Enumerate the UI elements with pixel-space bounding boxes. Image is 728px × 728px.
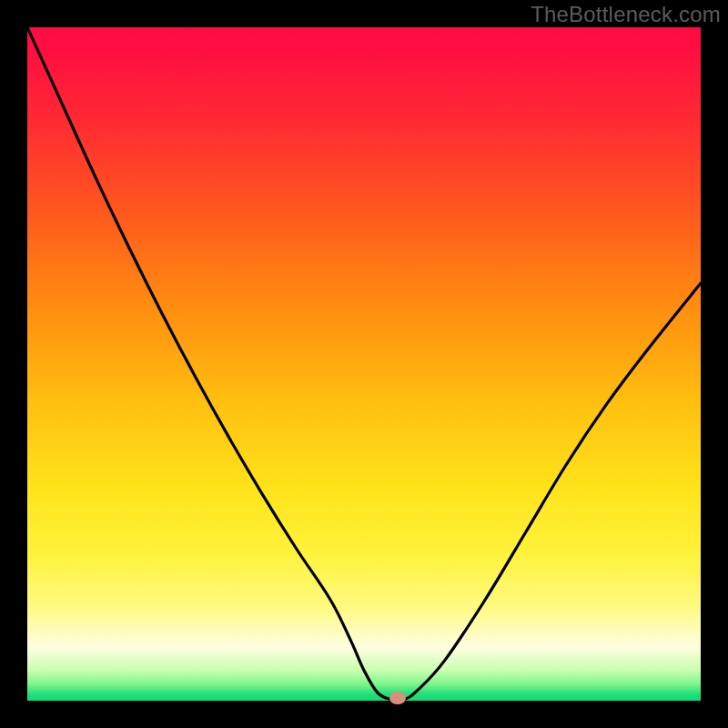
watermark-text: TheBottleneck.com — [531, 2, 721, 27]
chart-frame: TheBottleneck.com — [0, 0, 728, 728]
optimal-point-marker — [389, 692, 406, 704]
plot-area — [27, 27, 701, 701]
bottleneck-curve-path — [27, 27, 701, 701]
curve-svg — [27, 27, 701, 701]
